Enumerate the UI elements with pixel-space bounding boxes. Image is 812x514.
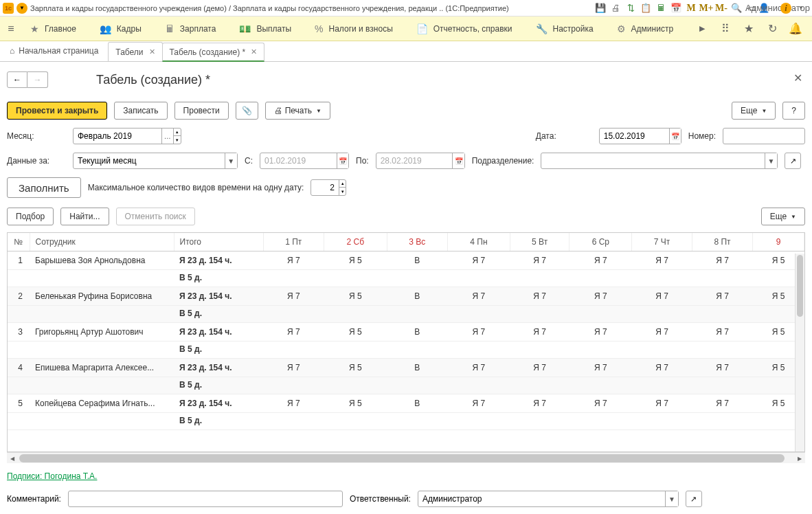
more-button[interactable]: Еще▼ [732,102,776,120]
to-input[interactable] [376,153,453,168]
page-close-icon[interactable]: ✕ [793,71,802,85]
help-button[interactable]: ? [782,102,805,120]
col-d5[interactable]: 5 Вт [510,233,569,252]
info-icon[interactable]: i [780,3,791,14]
cell-day[interactable]: Я 7 [692,252,753,270]
dept-field[interactable]: ▼ [541,153,778,169]
vertical-scrollbar[interactable] [795,254,804,451]
col-d4[interactable]: 4 Пн [447,233,510,252]
favorite-icon[interactable]: ★ [742,22,756,35]
month-field[interactable]: … ▲▼ [73,128,181,144]
calendar-icon[interactable]: 📅 [669,128,681,144]
cell-day[interactable]: Я 7 [510,252,569,270]
post-and-close-button[interactable]: Провести и закрыть [7,102,107,120]
max-types-field[interactable]: ▲▼ [311,179,346,196]
close-icon[interactable]: ✕ [149,47,155,56]
col-d8[interactable]: 8 Пт [692,233,753,252]
table-row[interactable]: 2Беленькая Руфина БорисовнаЯ 23 д. 154 ч… [8,287,804,306]
cell-day[interactable]: Я 7 [510,394,569,413]
select-button[interactable]: Подбор [7,208,54,225]
more-button[interactable]: Еще▼ [761,208,805,225]
cell-day[interactable]: Я 7 [510,287,569,306]
data-for-field[interactable]: ▼ [73,153,238,169]
col-d3[interactable]: 3 Вс [387,233,447,252]
table-row-sub[interactable]: В 5 д. [8,342,804,359]
table-row-sub[interactable]: В 5 д. [8,270,804,287]
col-d6[interactable]: 6 Ср [569,233,632,252]
number-input[interactable] [723,128,804,144]
fill-button[interactable]: Заполнить [7,177,81,198]
cell-day[interactable]: Я 5 [324,394,387,413]
table-row-sub[interactable]: В 5 д. [8,413,804,430]
history-icon[interactable]: ↻ [765,22,779,35]
signatures-link[interactable]: Подписи: Погодина Т.А. [7,471,805,481]
cell-day[interactable]: Я 7 [263,287,324,306]
find-button[interactable]: Найти... [60,208,109,225]
col-employee[interactable]: Сотрудник [30,233,174,252]
from-field[interactable]: 📅 [260,153,349,169]
calendar-icon[interactable]: 📅 [452,153,464,168]
copy-icon[interactable]: 📋 [640,3,651,14]
cell-day[interactable]: Я 7 [632,359,692,377]
from-input[interactable] [260,153,337,168]
cell-day[interactable]: Я 7 [569,323,632,342]
cell-day[interactable]: Я 5 [324,323,387,342]
cell-day[interactable]: Я 7 [447,359,510,377]
cell-day[interactable]: Я 7 [632,394,692,413]
cell-day[interactable]: Я 7 [692,359,753,377]
cell-day[interactable]: Я 7 [263,252,324,270]
table-row-sub[interactable]: В 5 д. [8,306,804,323]
open-dept-button[interactable]: ↗ [785,153,801,169]
cell-day[interactable]: Я 7 [510,359,569,377]
menu-taxes[interactable]: %Налоги и взносы [304,16,404,41]
bell-icon[interactable]: 🔔 [789,22,802,35]
close-icon[interactable]: ✕ [251,47,257,56]
date-input[interactable] [600,128,669,144]
menu-staff[interactable]: 👥Кадры [89,16,153,41]
table-row[interactable]: 5Копейцева Серафима Игнать...Я 23 д. 154… [8,394,804,413]
cell-day[interactable]: Я 7 [569,287,632,306]
cell-day[interactable]: В [387,252,447,270]
chevron-down-icon[interactable]: ▼ [225,153,237,168]
number-field[interactable] [723,128,805,144]
cell-day[interactable]: Я 7 [447,323,510,342]
col-d2[interactable]: 2 Сб [324,233,387,252]
table-row[interactable]: 4Епишева Маргарита Алексее...Я 23 д. 154… [8,359,804,377]
menu-reports[interactable]: 📄Отчетность, справки [405,16,523,41]
horizontal-scrollbar[interactable]: ◀▶ [7,452,805,463]
col-d9[interactable]: 9 [753,233,804,252]
tab-timesheet-new[interactable]: Табель (создание) *✕ [162,43,265,62]
cell-day[interactable]: Я 5 [324,287,387,306]
table-row[interactable]: 3Григорьянц Артур АшотовичЯ 23 д. 154 ч.… [8,323,804,342]
calendar-icon[interactable]: 📅 [670,3,681,14]
menu-salary[interactable]: 🖩Зарплата [154,16,227,41]
attach-button[interactable]: 📎 [236,102,258,120]
max-types-spinner[interactable]: ▲▼ [339,180,346,195]
cell-day[interactable]: Я 7 [263,359,324,377]
comment-input[interactable] [69,491,342,506]
cell-day[interactable]: Я 7 [263,394,324,413]
month-picker-icon[interactable]: … [161,128,172,144]
responsible-input[interactable] [418,491,665,506]
cell-day[interactable]: Я 7 [632,252,692,270]
comment-field[interactable] [68,491,343,507]
dept-input[interactable] [541,153,764,168]
compare-icon[interactable]: ⇅ [625,3,636,14]
max-types-input[interactable] [311,180,339,195]
cell-day[interactable]: Я 7 [510,323,569,342]
cell-day[interactable]: Я 7 [569,359,632,377]
mem-m-icon[interactable]: M [686,3,697,14]
menu-admin[interactable]: ⚙Администр [606,16,684,41]
cell-day[interactable]: Я 7 [569,252,632,270]
menu-main[interactable]: ★Главное [19,16,87,41]
titlebar-dropdown-icon[interactable]: ▼ [796,3,807,14]
cell-day[interactable]: Я 7 [569,394,632,413]
cell-day[interactable]: Я 7 [447,252,510,270]
data-for-input[interactable] [74,153,225,168]
tab-timesheets[interactable]: Табели✕ [108,42,162,61]
cell-day[interactable]: В [387,394,447,413]
zoom-icon[interactable]: 🔍 [731,3,742,14]
col-d7[interactable]: 7 Чт [632,233,692,252]
calendar-icon[interactable]: 📅 [337,153,348,168]
chevron-down-icon[interactable]: ▼ [765,153,778,168]
